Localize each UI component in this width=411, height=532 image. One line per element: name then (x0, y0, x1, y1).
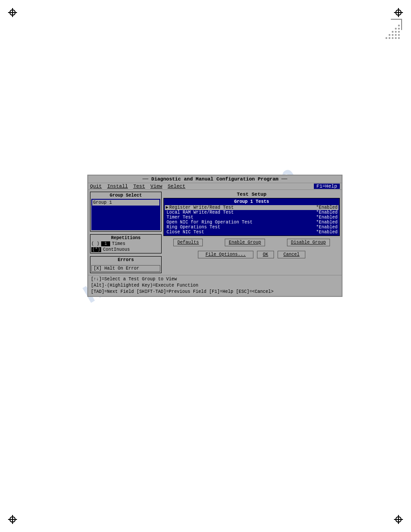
content-area: Group Select Group 1 Repetitions ( ) 1 T… (88, 190, 342, 275)
test-status-5: *Enabled (316, 230, 338, 235)
corner-mark-tr (394, 8, 403, 17)
test-name-3: Open NIC for Ring Operation Test (167, 220, 316, 225)
ok-button[interactable]: OK (257, 251, 274, 258)
halt-on-error-button[interactable]: [X] Halt On Error (91, 265, 160, 272)
test-item-2[interactable]: Timer Test*Enabled (165, 215, 338, 220)
times-label: Times (112, 241, 125, 246)
group-select-title: Group Select (91, 193, 160, 198)
group1-tests-box: Group 1 Tests ►Register Write/Read Test*… (163, 198, 340, 236)
cancel-button[interactable]: Cancel (278, 251, 305, 258)
menu-select[interactable]: Select (167, 184, 185, 189)
status-bar: [↑↓]=Select a Test Group to View [Alt]·(… (88, 275, 342, 296)
disable-group-button[interactable]: Disable Group (287, 239, 330, 246)
test-item-0[interactable]: ►Register Write/Read Test*Enabled (165, 205, 338, 210)
menu-test[interactable]: Test (133, 184, 145, 189)
corner-mark-bl (8, 515, 17, 524)
action-buttons: Defaults Enable Group Disable Group (163, 239, 340, 246)
help-button[interactable]: F1=Help (314, 184, 340, 189)
status-line-1: [↑↓]=Select a Test Group to View (91, 276, 339, 283)
continuous-row: (*) ContInuous (91, 247, 160, 252)
corner-mark-tl (8, 8, 17, 17)
radio-selected: (*) (91, 247, 101, 252)
test-setup-header: Test Setup (163, 192, 340, 197)
corner-mark-br (394, 515, 403, 524)
file-options-button[interactable]: File Options... (198, 251, 253, 258)
test-arrow-0: ► (166, 205, 168, 210)
test-status-4: *Enabled (316, 225, 338, 230)
test-status-0: *Enabled (316, 205, 338, 210)
group1-tests-title: Group 1 Tests (165, 199, 338, 204)
menu-bar: Quit Install Test View Select F1=Help (88, 183, 342, 190)
menu-view[interactable]: View (150, 184, 162, 189)
menu-quit[interactable]: Quit (90, 184, 102, 189)
repetitions-title: Repetitions (91, 236, 160, 240)
title-text: Diagnostic and Manual Configuration Prog… (151, 176, 278, 182)
repetitions-box: Repetitions ( ) 1 Times (*) ContInuous (90, 234, 162, 253)
menu-install[interactable]: Install (107, 184, 128, 189)
group-item-1[interactable]: Group 1 (92, 200, 159, 206)
continuous-label: ContInuous (103, 247, 130, 252)
times-value[interactable]: 1 (101, 241, 110, 246)
test-name-1: Local RAM Write/Read Test (167, 210, 316, 215)
errors-box: Errors [X] Halt On Error (90, 256, 162, 273)
test-name-5: Close NIC Test (167, 230, 316, 235)
test-item-3[interactable]: Open NIC for Ring Operation Test*Enabled (165, 220, 338, 225)
test-item-5[interactable]: Close NIC Test*Enabled (165, 230, 338, 235)
title-bar: ── Diagnostic and Manual Configuration P… (88, 176, 342, 183)
test-status-3: *Enabled (316, 220, 338, 225)
test-name-2: Timer Test (167, 215, 316, 220)
terminal-window: ── Diagnostic and Manual Configuration P… (87, 175, 342, 297)
errors-title: Errors (91, 257, 160, 262)
radio-unselected: ( ) (91, 241, 99, 246)
test-status-1: *Enabled (316, 210, 338, 215)
menu-items: Quit Install Test View Select (90, 184, 314, 189)
defaults-button[interactable]: Defaults (173, 239, 203, 246)
status-line-2: [Alt]·(Highlighted Key)=Execute Function (91, 283, 339, 289)
test-item-4[interactable]: Ring Operations Test*Enabled (165, 225, 338, 230)
test-name-4: Ring Operations Test (167, 225, 316, 230)
test-status-2: *Enabled (316, 215, 338, 220)
bottom-buttons: File Options... OK Cancel (163, 249, 340, 260)
status-line-3: [TAD]=Next Field [SHIFT·TAD]=Previous Fi… (91, 289, 339, 295)
enable-group-button[interactable]: Enable Group (225, 239, 265, 246)
group-select-box: Group Select Group 1 (90, 192, 162, 232)
test-name-0: Register Write/Read Test (169, 205, 316, 210)
group-list: Group 1 (91, 199, 160, 230)
tests-container: ►Register Write/Read Test*EnabledLocal R… (165, 205, 338, 235)
right-panel: Test Setup Group 1 Tests ►Register Write… (163, 192, 340, 273)
test-item-1[interactable]: Local RAM Write/Read Test*Enabled (165, 210, 338, 215)
left-panel: Group Select Group 1 Repetitions ( ) 1 T… (90, 192, 162, 273)
repetitions-times-row: ( ) 1 Times (91, 241, 160, 246)
corner-bracket-tr (391, 19, 402, 30)
